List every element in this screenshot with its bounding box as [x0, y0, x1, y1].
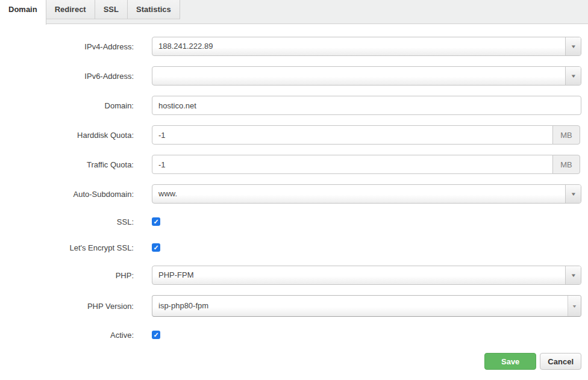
ipv4-address-selected-value: 188.241.222.89	[152, 37, 565, 55]
active-row: Active: ✓	[0, 327, 581, 343]
php-version-row: PHP Version: isp-php80-fpm ▼	[0, 295, 581, 317]
domain-label: Domain:	[0, 101, 134, 110]
php-version-label: PHP Version:	[0, 302, 134, 311]
ipv4-address-row: IPv4-Address: 188.241.222.89 ▼	[0, 37, 581, 56]
active-checkbox[interactable]: ✓	[152, 331, 160, 339]
tab-ssl[interactable]: SSL	[95, 0, 128, 19]
letsencrypt-ssl-checkbox[interactable]: ✓	[152, 243, 160, 252]
checkmark-icon: ✓	[153, 218, 158, 225]
form-action-buttons: Save Cancel	[0, 353, 581, 370]
traffic-quota-row: Traffic Quota: MB	[0, 155, 581, 174]
ipv4-address-label: IPv4-Address:	[0, 42, 134, 51]
php-version-selected-value: isp-php80-fpm	[152, 296, 568, 316]
chevron-down-icon: ▼	[570, 192, 576, 197]
harddisk-quota-label: Harddisk Quota:	[0, 131, 134, 140]
tab-redirect[interactable]: Redirect	[46, 0, 95, 19]
ipv6-dropdown-button[interactable]: ▼	[565, 67, 581, 85]
checkmark-icon: ✓	[153, 331, 158, 338]
domain-input[interactable]	[152, 96, 581, 115]
php-version-select[interactable]: isp-php80-fpm ▼	[152, 295, 581, 317]
php-row: PHP: PHP-FPM ▼	[0, 266, 581, 285]
traffic-quota-unit: MB	[552, 155, 580, 174]
php-label: PHP:	[0, 271, 134, 280]
auto-subdomain-row: Auto-Subdomain: www. ▼	[0, 184, 581, 204]
chevron-down-icon: ▼	[570, 73, 576, 79]
traffic-quota-label: Traffic Quota:	[0, 160, 134, 169]
auto-subdomain-label: Auto-Subdomain:	[0, 190, 134, 199]
ipv6-address-selected-value	[152, 67, 565, 85]
auto-subdomain-dropdown-button[interactable]: ▼	[565, 185, 581, 203]
ipv4-dropdown-button[interactable]: ▼	[565, 37, 581, 55]
php-version-dropdown-button[interactable]: ▼	[568, 296, 581, 316]
cancel-button[interactable]: Cancel	[540, 353, 581, 370]
ssl-checkbox[interactable]: ✓	[152, 217, 160, 226]
letsencrypt-ssl-label: Let's Encrypt SSL:	[0, 243, 134, 252]
chevron-down-icon: ▼	[570, 273, 576, 278]
harddisk-quota-unit: MB	[552, 125, 580, 145]
checkmark-icon: ✓	[153, 244, 158, 251]
chevron-down-icon: ▼	[570, 44, 576, 49]
harddisk-quota-input[interactable]	[152, 125, 553, 145]
domain-settings-form: IPv4-Address: 188.241.222.89 ▼ IPv6-Addr…	[0, 24, 588, 370]
ipv4-address-select[interactable]: 188.241.222.89 ▼	[152, 37, 581, 56]
ipv6-address-row: IPv6-Address: ▼	[0, 66, 581, 86]
active-label: Active:	[0, 331, 134, 340]
auto-subdomain-selected-value: www.	[152, 185, 565, 203]
harddisk-quota-row: Harddisk Quota: MB	[0, 125, 581, 145]
tab-statistics[interactable]: Statistics	[128, 0, 180, 19]
ipv6-address-select[interactable]: ▼	[152, 66, 581, 86]
php-selected-value: PHP-FPM	[152, 266, 565, 284]
php-select[interactable]: PHP-FPM ▼	[152, 266, 581, 285]
tab-bar: Domain Redirect SSL Statistics	[0, 0, 588, 24]
ssl-label: SSL:	[0, 217, 134, 226]
letsencrypt-ssl-row: Let's Encrypt SSL: ✓	[0, 240, 581, 255]
tab-domain[interactable]: Domain	[0, 0, 46, 25]
ssl-row: SSL: ✓	[0, 214, 581, 229]
save-button[interactable]: Save	[484, 353, 536, 370]
traffic-quota-input[interactable]	[152, 155, 553, 174]
chevron-down-icon: ▼	[572, 304, 577, 308]
auto-subdomain-select[interactable]: www. ▼	[152, 184, 581, 204]
domain-row: Domain:	[0, 96, 581, 115]
ipv6-address-label: IPv6-Address:	[0, 72, 134, 81]
php-dropdown-button[interactable]: ▼	[565, 266, 581, 284]
